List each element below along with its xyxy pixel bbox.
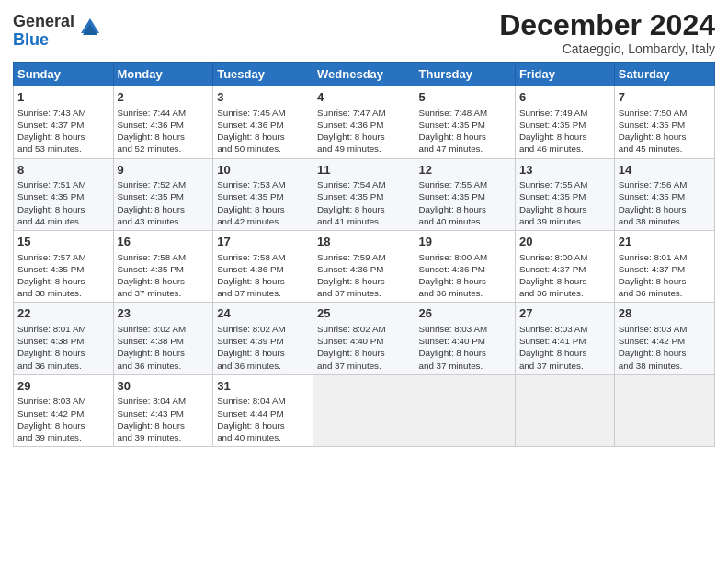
day-number: 27 <box>519 305 610 322</box>
day-info-line: and 39 minutes. <box>118 431 210 443</box>
day-info-line: Sunset: 4:35 PM <box>519 119 610 131</box>
day-info-line: and 38 minutes. <box>17 287 109 299</box>
day-number: 1 <box>17 89 109 106</box>
day-info-line: Sunset: 4:35 PM <box>17 263 109 275</box>
day-info-line: and 37 minutes. <box>519 360 610 372</box>
calendar-cell: 27Sunrise: 8:03 AMSunset: 4:41 PMDayligh… <box>515 303 614 374</box>
day-info-line: Sunset: 4:36 PM <box>317 263 410 275</box>
col-friday: Friday <box>515 63 614 86</box>
day-info-line: Sunrise: 8:03 AM <box>17 395 109 407</box>
calendar-cell: 15Sunrise: 7:57 AMSunset: 4:35 PMDayligh… <box>14 231 114 303</box>
day-info-line: and 50 minutes. <box>217 143 309 155</box>
day-number: 29 <box>17 378 109 395</box>
day-number: 19 <box>419 234 511 250</box>
day-info-line: Daylight: 8 hours <box>519 131 610 143</box>
day-number: 15 <box>17 234 109 250</box>
calendar-cell <box>515 374 614 446</box>
day-info-line: Sunrise: 8:00 AM <box>519 251 610 263</box>
calendar-body: 1Sunrise: 7:43 AMSunset: 4:37 PMDaylight… <box>14 86 715 447</box>
day-info-line: Sunset: 4:35 PM <box>118 263 210 275</box>
calendar-cell: 5Sunrise: 7:48 AMSunset: 4:35 PMDaylight… <box>415 86 515 158</box>
day-info-line: Sunset: 4:35 PM <box>419 119 511 131</box>
day-info-line: Daylight: 8 hours <box>419 203 511 215</box>
calendar-cell: 29Sunrise: 8:03 AMSunset: 4:42 PMDayligh… <box>14 374 114 446</box>
day-info-line: and 38 minutes. <box>619 215 711 227</box>
title-block: December 2024 Cataeggio, Lombardy, Italy <box>499 9 715 56</box>
day-info-line: Sunset: 4:35 PM <box>17 190 109 202</box>
day-number: 8 <box>17 162 109 178</box>
day-number: 11 <box>317 162 410 178</box>
day-info-line: Sunset: 4:39 PM <box>217 335 309 347</box>
day-info-line: Daylight: 8 hours <box>317 131 410 143</box>
day-info-line: and 45 minutes. <box>619 143 711 155</box>
day-info-line: Daylight: 8 hours <box>217 347 309 359</box>
day-info-line: Sunset: 4:38 PM <box>17 335 109 347</box>
day-number: 6 <box>519 89 610 106</box>
week-row-4: 22Sunrise: 8:01 AMSunset: 4:38 PMDayligh… <box>14 303 715 374</box>
day-info-line: Daylight: 8 hours <box>17 131 109 143</box>
day-info-line: Sunrise: 8:02 AM <box>118 323 210 335</box>
location-subtitle: Cataeggio, Lombardy, Italy <box>499 41 715 56</box>
main-container: General Blue December 2024 Cataeggio, Lo… <box>0 0 728 456</box>
day-number: 23 <box>118 305 210 322</box>
day-number: 30 <box>118 378 210 395</box>
day-info-line: Sunset: 4:36 PM <box>118 119 210 131</box>
day-info-line: Sunrise: 7:59 AM <box>317 251 410 263</box>
day-info-line: Sunrise: 8:04 AM <box>118 395 210 407</box>
day-info-line: Daylight: 8 hours <box>118 419 210 431</box>
day-info-line: Sunrise: 8:04 AM <box>217 395 309 407</box>
day-info-line: Daylight: 8 hours <box>419 347 511 359</box>
calendar-cell: 7Sunrise: 7:50 AMSunset: 4:35 PMDaylight… <box>614 86 714 158</box>
day-info-line: Sunset: 4:36 PM <box>317 119 410 131</box>
day-number: 26 <box>419 305 511 322</box>
day-number: 2 <box>118 89 210 106</box>
day-info-line: Sunrise: 7:50 AM <box>619 107 711 119</box>
day-info-line: Sunrise: 7:53 AM <box>217 178 309 190</box>
day-info-line: Daylight: 8 hours <box>17 275 109 287</box>
day-info-line: Sunset: 4:36 PM <box>217 119 309 131</box>
day-info-line: Sunrise: 8:03 AM <box>419 323 511 335</box>
day-info-line: Daylight: 8 hours <box>619 347 711 359</box>
day-info-line: Sunset: 4:37 PM <box>17 119 109 131</box>
day-info-line: Daylight: 8 hours <box>317 275 410 287</box>
day-info-line: and 37 minutes. <box>217 287 309 299</box>
day-info-line: Daylight: 8 hours <box>118 131 210 143</box>
day-number: 12 <box>419 162 511 178</box>
calendar-cell: 30Sunrise: 8:04 AMSunset: 4:43 PMDayligh… <box>113 374 213 446</box>
day-info-line: Sunrise: 7:57 AM <box>17 251 109 263</box>
calendar-cell: 11Sunrise: 7:54 AMSunset: 4:35 PMDayligh… <box>313 158 415 230</box>
day-number: 4 <box>317 89 410 106</box>
week-row-1: 1Sunrise: 7:43 AMSunset: 4:37 PMDaylight… <box>14 86 715 158</box>
day-number: 16 <box>118 234 210 250</box>
day-info-line: Sunset: 4:35 PM <box>619 119 711 131</box>
logo-blue: Blue <box>13 30 49 49</box>
day-info-line: Daylight: 8 hours <box>217 419 309 431</box>
day-info-line: and 36 minutes. <box>118 360 210 372</box>
day-info-line: Sunrise: 7:49 AM <box>519 107 610 119</box>
calendar-cell: 19Sunrise: 8:00 AMSunset: 4:36 PMDayligh… <box>415 231 515 303</box>
day-info-line: and 36 minutes. <box>17 360 109 372</box>
day-number: 18 <box>317 234 410 250</box>
col-sunday: Sunday <box>14 63 114 86</box>
day-info-line: and 47 minutes. <box>419 143 511 155</box>
day-info-line: Daylight: 8 hours <box>118 275 210 287</box>
day-info-line: and 37 minutes. <box>118 287 210 299</box>
day-info-line: Sunset: 4:35 PM <box>519 190 610 202</box>
day-info-line: Daylight: 8 hours <box>17 419 109 431</box>
day-info-line: Sunset: 4:43 PM <box>118 408 210 419</box>
calendar-cell: 10Sunrise: 7:53 AMSunset: 4:35 PMDayligh… <box>213 158 313 230</box>
day-info-line: and 52 minutes. <box>118 143 210 155</box>
day-info-line: Sunset: 4:40 PM <box>317 335 410 347</box>
day-info-line: Sunset: 4:37 PM <box>519 263 610 275</box>
day-info-line: and 49 minutes. <box>317 143 410 155</box>
day-info-line: Sunrise: 8:02 AM <box>317 323 410 335</box>
day-info-line: Sunrise: 7:43 AM <box>17 107 109 119</box>
calendar-cell: 2Sunrise: 7:44 AMSunset: 4:36 PMDaylight… <box>113 86 213 158</box>
calendar-cell: 28Sunrise: 8:03 AMSunset: 4:42 PMDayligh… <box>614 303 714 374</box>
day-number: 10 <box>217 162 309 178</box>
calendar-cell: 1Sunrise: 7:43 AMSunset: 4:37 PMDaylight… <box>14 86 114 158</box>
week-row-5: 29Sunrise: 8:03 AMSunset: 4:42 PMDayligh… <box>14 374 715 446</box>
day-info-line: Sunrise: 8:00 AM <box>419 251 511 263</box>
calendar-cell <box>614 374 714 446</box>
day-info-line: Sunrise: 7:45 AM <box>217 107 309 119</box>
